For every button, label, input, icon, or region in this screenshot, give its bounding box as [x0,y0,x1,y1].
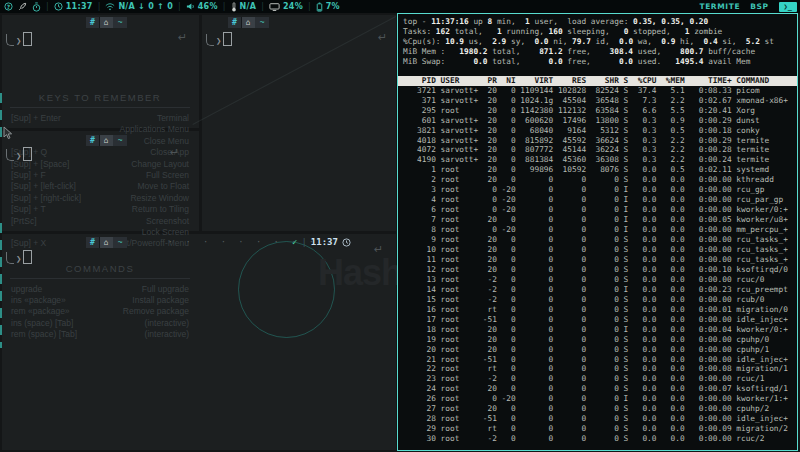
prompt-chevron: ❯ [16,255,21,264]
command-row: upgradeFull upgrade [8,284,192,295]
command-list: upgradeFull upgradeins «package»Install … [8,284,192,341]
active-workspace-button[interactable]: ❯_ [779,2,797,12]
process-table-header: PID USER PR NI VIRT RES SHR S %CPU %MEM … [398,76,797,86]
mouse-cursor [3,126,13,140]
desktop-area: Hash KEYS TO REMEMBER [Sup] + EnterTermi… [0,13,800,452]
wallpaper-watermark: Hash [318,252,397,294]
separator: | [308,2,311,11]
prompt-path: ~ [113,136,128,145]
prompt-hash: # [86,18,99,27]
prompt-curve [6,252,14,264]
terminal-pane-top-right[interactable] [202,15,396,231]
prompt-curve [206,34,214,46]
command-row: ins «package»Install package [8,295,192,306]
terminal-cursor [23,147,32,161]
battery-module: 7% [316,2,340,12]
launcher-module[interactable] [18,2,27,11]
prompt-path: ~ [255,18,270,27]
prompt-line: ❯ [6,32,32,46]
terminal-cursor [23,32,32,46]
cheatsheet-title: KEYS TO REMEMBER [8,92,192,103]
thermometer-icon [231,2,237,12]
svg-text:?: ? [7,4,11,10]
prompt-segment: #⌂~ [86,237,127,248]
prompt-line: ❯ [6,250,32,264]
volume-module[interactable]: 46% [186,2,218,11]
home-icon: ⌂ [246,18,251,27]
top-summary: top - 11:37:16 up 8 min, 1 user, load av… [398,14,797,67]
keybinding-row: [Sup] + [Space]Change Layout [8,159,192,170]
temperature-module: N/A [231,2,257,12]
keybinding-row: [Sup] + FFull Screen [8,170,192,181]
home-icon: ⌂ [104,238,109,247]
prompt-hash: # [86,136,99,145]
separator: | [98,2,101,11]
keybinding-row: [Sup] + QClose App [8,147,192,158]
wifi-icon [105,2,115,11]
prompt-segment: #⌂~ [228,17,269,28]
left-tiling-region: Hash KEYS TO REMEMBER [Sup] + EnterTermi… [0,13,397,452]
desktop-screen: ? | 11:37 | N/A ↓ 0 ↑ 0 | 4 [0,0,800,452]
command-row: rem (space) [Tab](interactive) [8,329,192,340]
workspace-termite[interactable]: TERMITE [699,2,740,11]
prompt-chevron: ❯ [16,152,21,161]
battery-icon [316,2,323,12]
brightness-value: 24% [283,2,303,11]
volume-value: 46% [198,2,218,11]
help-module[interactable]: ? [4,2,13,11]
divider [10,278,190,279]
separator: | [261,2,264,11]
keybinding-row: [Sup] + [right-click]Resize Window [8,193,192,204]
prompt-path: ~ [113,18,128,27]
temperature-value: N/A [240,2,257,11]
keybinding-row: [PrtSc]Screenshot [8,216,192,227]
network-module: N/A ↓ 0 ↑ 0 [105,2,173,11]
clock-module: 11:37 [54,2,93,11]
clock-icon [54,2,63,11]
prompt-path: ~ [113,238,128,247]
prompt-chevron: ❯ [16,37,21,46]
workspace-bsp[interactable]: BSP [750,2,768,11]
prompt-hash: # [86,238,99,247]
network-status: N/A [118,2,135,11]
home-icon: ⌂ [104,18,109,27]
terminal-cursor [23,250,32,264]
network-down: ↓ 0 [138,2,154,11]
separator: | [46,2,49,11]
keybinding-row: [Sup] + TReturn to Tiling [8,204,192,215]
brightness-module[interactable]: 24% [269,2,303,11]
prompt-clock-widget: ✓ | 11:37 [292,237,351,247]
prompt-curve [6,149,14,161]
keybinding-row: [Sup] + EnterTerminal [8,113,192,124]
prompt-curve [6,34,14,46]
conky-cheatsheet: KEYS TO REMEMBER [Sup] + EnterTerminalAp… [8,92,192,341]
separator: | [301,237,306,247]
process-table: 3721 sarvott+ 20 0 1109144 102828 82524 … [398,86,797,444]
help-circle-icon: ? [4,2,13,11]
stopwatch-icon [32,2,41,12]
status-bar: ? | 11:37 | N/A ↓ 0 ↑ 0 | 4 [0,0,800,13]
top-terminal-window[interactable]: top - 11:37:16 up 8 min, 1 user, load av… [397,13,798,451]
status-check-icon: ✓ [292,237,297,247]
prompt-segment: #⌂~ [86,17,127,28]
keybinding-list: [Sup] + EnterTerminalApplications MenuCl… [8,113,192,250]
speaker-icon [186,2,195,11]
separator: | [223,2,226,11]
clock-icon [342,238,351,247]
command-row: rem «package»Remove package [8,306,192,317]
prompt-hash: # [228,18,241,27]
divider [10,107,190,108]
return-indicator-icon: ↵ [378,31,387,44]
timer-module[interactable] [32,2,41,12]
prompt-chevron: ❯ [216,37,221,46]
prompt-line: ❯ [206,32,232,46]
home-icon: ⌂ [104,136,109,145]
return-indicator-icon: ↵ [374,243,383,256]
terminal-prompt-icon: ❯_ [784,3,792,11]
separator: | [178,2,181,11]
status-time: 11:37 [66,2,93,11]
commands-title: COMMANDS [8,263,192,274]
battery-value: 7% [326,2,340,11]
terminal-cursor [223,32,232,46]
prompt-segment: #⌂~ [86,135,127,146]
